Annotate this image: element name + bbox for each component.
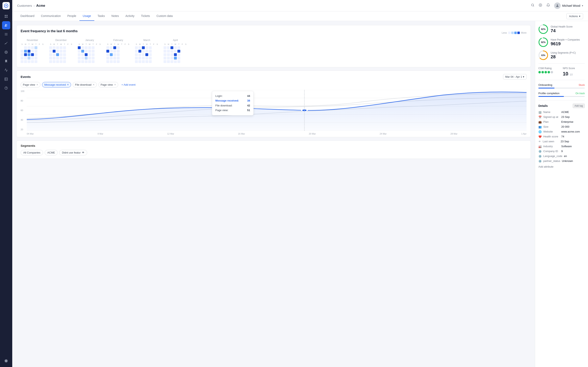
sidebar-item-people[interactable]: [2, 21, 10, 29]
y-label-20: 20: [21, 128, 24, 131]
tab-tasks[interactable]: Tasks: [94, 11, 108, 21]
y-label-40: 40: [21, 119, 24, 121]
filter-close-icon[interactable]: ✕: [93, 83, 95, 86]
tab-activity[interactable]: Activity: [122, 11, 138, 21]
event-filters: Page view ✕ Message received ✕ File down…: [17, 82, 531, 90]
detail-company-id: ⚙️ Company ID 9: [538, 150, 585, 153]
right-panel: 82% Global Health Score 74 92%: [535, 21, 588, 367]
tab-usage[interactable]: Usage: [79, 11, 94, 21]
actions-button[interactable]: Actions ▾: [566, 13, 583, 19]
global-health-score: 82% Global Health Score 74: [538, 24, 585, 34]
gear-lang-icon: ⚙️: [538, 155, 542, 158]
sidebar-item-chart[interactable]: [2, 39, 10, 47]
eye-icon: 👁: [82, 151, 85, 154]
y-label-60: 60: [21, 109, 24, 111]
have-people-score: 92% Have People + Companies 9619: [538, 37, 585, 47]
svg-point-19: [531, 4, 534, 6]
search-icon[interactable]: [531, 3, 535, 8]
tooltip-page-val: 51: [247, 108, 250, 113]
sidebar-item-bookmark[interactable]: [2, 57, 10, 65]
filter-message-received[interactable]: Message received ✕: [42, 82, 71, 87]
sidebar-item-settings[interactable]: [2, 357, 10, 365]
tab-custom-data[interactable]: Custom data: [153, 11, 176, 21]
svg-rect-2: [7, 15, 8, 16]
details-title: Details: [538, 104, 548, 108]
csm-dot-1: [538, 71, 541, 73]
svg-point-12: [6, 52, 6, 52]
tooltip-login-label: Login:: [215, 94, 223, 98]
heatmap-month-december: December SMTWTFS: [49, 39, 73, 63]
actions-dropdown-arrow: ▾: [579, 15, 580, 18]
sidebar-item-grid[interactable]: [2, 12, 10, 20]
detail-partner-status: ⚙️ partner_status Unknown: [538, 159, 585, 163]
sidebar-item-target[interactable]: [2, 48, 10, 56]
profile-completion-label: Profile completion: [538, 92, 559, 95]
have-people-circle: 92%: [538, 37, 548, 47]
svg-rect-3: [5, 17, 6, 18]
filter-file-download[interactable]: File download ✕: [73, 82, 96, 87]
heatmap-title: Event frequency in the last 6 months: [21, 29, 78, 33]
user-name: Michael Wood: [562, 4, 580, 7]
heatmap-month-march: March SMTWTFS: [135, 39, 159, 63]
events-title: Events: [21, 75, 31, 78]
tab-communication[interactable]: Communication: [38, 11, 64, 21]
segment-acme[interactable]: ACME: [45, 150, 58, 155]
tooltip-message-val: 38: [247, 98, 250, 103]
svg-rect-4: [7, 17, 8, 18]
x-label-16mar: 16 Mar: [238, 133, 245, 135]
app-logo[interactable]: [2, 2, 10, 9]
metrics-row: CSM Rating NPS Score 10/ 10: [538, 63, 585, 77]
onboarding-status: Stuck: [579, 83, 585, 86]
tab-notes[interactable]: Notes: [108, 11, 122, 21]
x-label-08mar: 8 Mar: [98, 133, 103, 135]
segment-didnt-use[interactable]: Didnt use featur 👁: [59, 150, 87, 155]
add-attribute-button[interactable]: Add attribute: [538, 164, 585, 169]
briefcase-icon: 💼: [538, 120, 542, 124]
x-label-12mar: 12 Mar: [167, 133, 174, 135]
global-health-label: Global Health Score: [551, 25, 572, 28]
filter-close-icon[interactable]: ✕: [114, 83, 116, 86]
y-label-80: 80: [21, 100, 24, 102]
onboarding-label: Onboarding: [538, 83, 552, 86]
add-icon[interactable]: [539, 3, 542, 8]
filter-page-view-1[interactable]: Page view ✕: [21, 82, 40, 87]
filter-page-view-2[interactable]: Page view ✕: [98, 82, 118, 87]
tab-people[interactable]: People: [64, 11, 80, 21]
sidebar-item-help[interactable]: [2, 84, 10, 92]
progress-section: Onboarding Stuck Profile completion On t…: [538, 80, 585, 97]
add-tag-button[interactable]: Add tag: [573, 104, 585, 108]
sidebar-item-table[interactable]: [2, 75, 10, 83]
notification-icon[interactable]: [546, 3, 550, 8]
profile-completion-bar: [538, 96, 585, 97]
details-section: Details Add tag 🏢 Name ACME 📅 Signed up …: [538, 100, 585, 169]
date-range-button[interactable]: Mar 04 - Apr 1 ▾: [503, 74, 527, 80]
tab-dashboard[interactable]: Dashboard: [17, 11, 38, 21]
filter-close-icon[interactable]: ✕: [67, 83, 69, 86]
filter-close-icon[interactable]: ✕: [36, 83, 38, 86]
using-segments-circle: 63%: [538, 50, 548, 60]
heatmap-month-january: January SMTWTFS: [78, 39, 102, 63]
using-segments-label: Using Segments (P+C): [551, 51, 576, 54]
tooltip-file-val: 42: [247, 103, 250, 108]
add-event-button[interactable]: + Add event: [120, 82, 137, 87]
building-icon: 🏢: [538, 111, 542, 114]
events-card: Events Mar 04 - Apr 1 ▾ Page view ✕ Mess…: [16, 71, 531, 137]
sidebar-item-list[interactable]: [2, 30, 10, 38]
svg-rect-9: [5, 35, 8, 35]
detail-website: 🌐 Website www.acme.com: [538, 130, 585, 133]
breadcrumb-customers[interactable]: Customers: [17, 4, 32, 7]
nps-value: 10: [563, 71, 568, 76]
sidebar-item-activity[interactable]: [2, 66, 10, 74]
tab-tickets[interactable]: Tickets: [138, 11, 153, 21]
using-segments-value: 28: [551, 55, 576, 59]
events-chart: 100 80 60 40 20: [17, 90, 531, 137]
segments-title: Segments: [21, 144, 527, 147]
segment-tags: All Companies ACME Didnt use featur 👁: [21, 150, 527, 155]
tooltip-page-label: Page view:: [215, 108, 228, 113]
x-label-04mar: 04 Mar: [27, 133, 34, 135]
user-menu[interactable]: Michael Wood ▾: [554, 2, 583, 9]
globe-icon: 🌐: [538, 130, 542, 133]
csm-dot-4: [548, 71, 550, 73]
nps-score: NPS Score 10/ 10: [563, 67, 585, 77]
segment-all-companies[interactable]: All Companies: [21, 150, 43, 155]
